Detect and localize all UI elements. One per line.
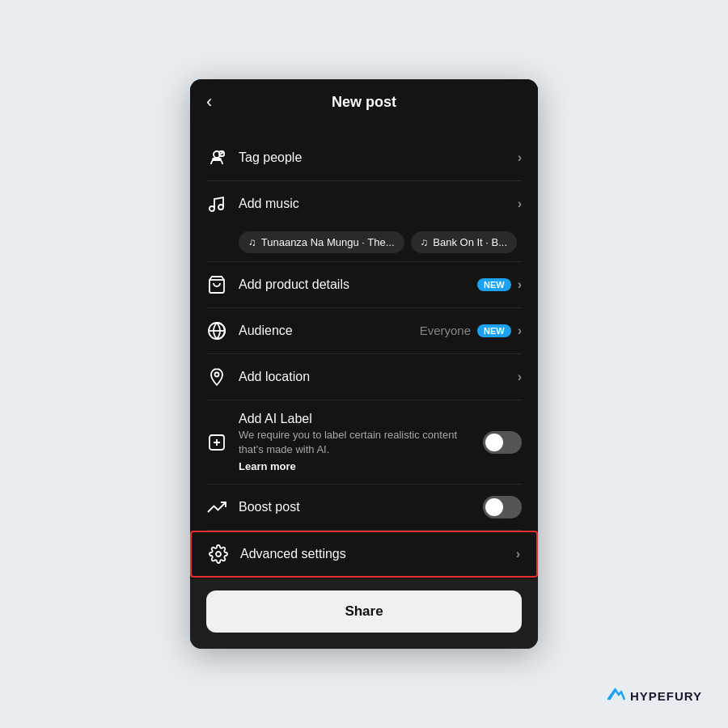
add-product-content: Add product details <box>239 277 466 292</box>
svg-point-4 <box>218 205 223 210</box>
add-music-content: Add music <box>239 197 506 211</box>
add-ai-label-content: Add AI Label We require you to label cer… <box>239 412 472 472</box>
back-button[interactable]: ‹ <box>206 91 212 112</box>
audience-icon <box>206 320 227 341</box>
advanced-settings-content: Advanced settings <box>240 547 505 561</box>
menu-item-boost-post[interactable]: Boost post <box>190 485 538 530</box>
tag-people-label: Tag people <box>239 150 506 165</box>
add-location-icon <box>206 366 227 387</box>
add-music-right: › <box>518 197 522 211</box>
add-ai-label-label: Add AI Label <box>239 412 472 426</box>
phone-container: ‹ New post Tag people › Add music <box>190 79 538 649</box>
tag-people-content: Tag people <box>239 150 506 165</box>
music-chip-1-icon: ♫ <box>248 236 256 248</box>
audience-label: Audience <box>239 324 408 338</box>
add-music-label: Add music <box>239 197 506 211</box>
music-chip-2-icon: ♫ <box>421 236 429 248</box>
advanced-settings-chevron: › <box>516 547 520 561</box>
music-chip-1[interactable]: ♫ Tunaanza Na Mungu · The... <box>239 231 404 253</box>
add-product-chevron: › <box>518 277 522 292</box>
svg-point-9 <box>216 552 221 557</box>
advanced-settings-icon <box>208 544 229 565</box>
add-ai-label-right <box>483 431 522 454</box>
menu-item-tag-people[interactable]: Tag people › <box>190 135 538 180</box>
audience-badge: NEW <box>477 324 511 337</box>
tag-people-right: › <box>518 150 522 165</box>
tag-people-icon <box>206 147 227 168</box>
boost-post-right <box>483 496 522 518</box>
menu-item-add-music[interactable]: Add music › <box>190 181 538 226</box>
add-product-badge: NEW <box>477 278 511 291</box>
audience-chevron: › <box>518 324 522 338</box>
add-ai-label-learn-more[interactable]: Learn more <box>239 460 472 472</box>
add-location-label: Add location <box>239 370 506 384</box>
tag-people-chevron: › <box>518 150 522 165</box>
boost-post-icon <box>206 497 227 518</box>
music-chip-1-text: Tunaanza Na Mungu · The... <box>261 236 395 248</box>
advanced-settings-right: › <box>516 547 520 561</box>
share-button[interactable]: Share <box>206 590 522 633</box>
share-section: Share <box>190 579 538 649</box>
add-ai-label-icon <box>206 432 227 453</box>
hypefury-brand: HYPEFURY <box>607 687 702 705</box>
add-product-icon <box>206 274 227 295</box>
add-ai-label-toggle[interactable] <box>483 431 522 454</box>
header: ‹ New post <box>190 79 538 121</box>
menu-item-advanced-settings[interactable]: Advanced settings › <box>190 531 538 578</box>
audience-content: Audience <box>239 324 408 338</box>
svg-point-3 <box>210 206 214 211</box>
hypefury-logo-icon <box>607 687 625 705</box>
svg-point-7 <box>215 372 219 376</box>
menu-list: Tag people › Add music › ♫ Tunaanza Na M… <box>190 135 538 578</box>
boost-post-content: Boost post <box>239 500 472 514</box>
audience-right: Everyone NEW › <box>420 324 522 338</box>
add-location-right: › <box>518 370 522 384</box>
audience-value: Everyone <box>420 324 471 337</box>
hypefury-text: HYPEFURY <box>630 689 702 703</box>
menu-item-audience[interactable]: Audience Everyone NEW › <box>190 308 538 353</box>
add-product-right: NEW › <box>477 277 522 292</box>
add-music-icon <box>206 193 227 214</box>
add-music-chevron: › <box>518 197 522 211</box>
menu-item-add-product[interactable]: Add product details NEW › <box>190 262 538 307</box>
add-ai-label-sublabel: We require you to label certain realisti… <box>239 428 472 457</box>
add-location-chevron: › <box>518 370 522 384</box>
advanced-settings-label: Advanced settings <box>240 547 505 561</box>
music-chip-2-text: Bank On It · B... <box>433 236 507 248</box>
menu-item-add-ai-label[interactable]: Add AI Label We require you to label cer… <box>190 400 538 484</box>
menu-item-add-location[interactable]: Add location › <box>190 354 538 400</box>
music-chip-2[interactable]: ♫ Bank On It · B... <box>411 231 518 253</box>
add-location-content: Add location <box>239 370 506 384</box>
boost-post-toggle[interactable] <box>483 496 522 518</box>
boost-post-label: Boost post <box>239 500 472 514</box>
add-product-label: Add product details <box>239 277 466 292</box>
music-chips-row: ♫ Tunaanza Na Mungu · The... ♫ Bank On I… <box>190 226 538 261</box>
page-title: New post <box>332 94 396 111</box>
